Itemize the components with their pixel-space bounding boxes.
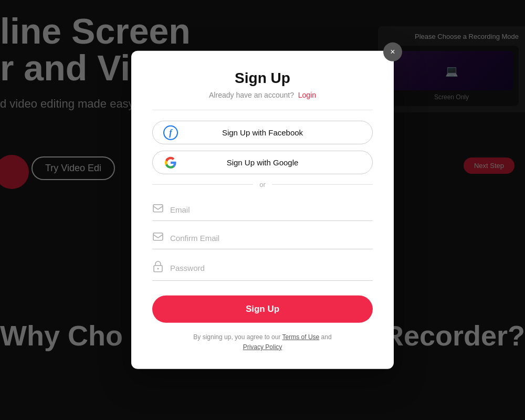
facebook-icon: f bbox=[163, 125, 178, 140]
password-field-container bbox=[152, 256, 373, 281]
terms-container: By signing up, you agree to our Terms of… bbox=[152, 332, 373, 352]
terms-link[interactable]: Terms of Use bbox=[282, 333, 320, 341]
privacy-link[interactable]: Privacy Policy bbox=[243, 343, 282, 351]
svg-point-3 bbox=[158, 268, 159, 269]
facebook-f-letter: f bbox=[169, 128, 172, 136]
email-input[interactable] bbox=[170, 205, 373, 214]
login-link[interactable]: Login bbox=[298, 91, 316, 99]
or-text: or bbox=[253, 181, 272, 188]
google-icon bbox=[163, 155, 178, 170]
password-input[interactable] bbox=[170, 264, 373, 272]
google-signup-button[interactable]: Sign Up with Google bbox=[152, 151, 373, 174]
confirm-email-input[interactable] bbox=[170, 234, 373, 243]
password-icon bbox=[152, 261, 164, 275]
terms-prefix: By signing up, you agree to our bbox=[193, 333, 280, 341]
email-field-container bbox=[152, 199, 373, 221]
facebook-signup-button[interactable]: f Sign Up with Facebook bbox=[152, 121, 373, 144]
signup-submit-button[interactable]: Sign Up bbox=[152, 296, 373, 323]
google-svg bbox=[164, 156, 177, 169]
signup-modal: × Sign Up Already have an account? Login… bbox=[131, 51, 394, 369]
signup-btn-label: Sign Up bbox=[246, 304, 279, 314]
confirm-email-field-container bbox=[152, 227, 373, 249]
modal-title: Sign Up bbox=[152, 70, 373, 87]
email-icon bbox=[152, 204, 164, 215]
svg-rect-0 bbox=[153, 205, 163, 212]
terms-and: and bbox=[321, 333, 332, 341]
facebook-btn-label: Sign Up with Facebook bbox=[222, 128, 303, 137]
facebook-icon-circle: f bbox=[163, 125, 178, 140]
google-btn-label: Sign Up with Google bbox=[227, 158, 299, 167]
svg-rect-1 bbox=[153, 233, 163, 240]
close-button[interactable]: × bbox=[383, 43, 402, 61]
confirm-email-icon bbox=[152, 233, 164, 244]
header-divider bbox=[152, 110, 373, 110]
modal-subtitle: Already have an account? Login bbox=[152, 91, 373, 99]
or-divider: or bbox=[152, 181, 373, 188]
close-icon: × bbox=[390, 47, 395, 57]
subtitle-text: Already have an account? bbox=[209, 91, 294, 99]
